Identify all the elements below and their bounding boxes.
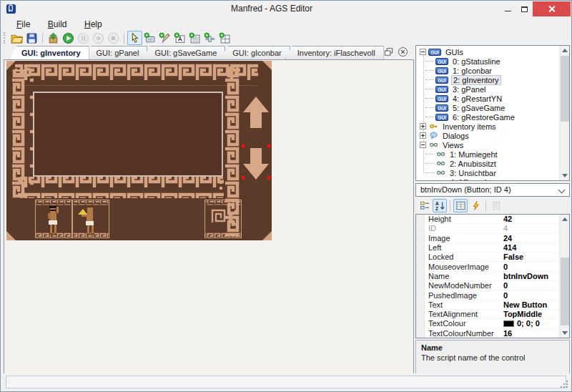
events-view-button[interactable] xyxy=(468,199,483,212)
scrollbar-thumb[interactable] xyxy=(561,56,569,122)
scrollbar-thumb[interactable] xyxy=(561,258,569,325)
tree-item-grestartyn[interactable]: GUI 4: gRestartYN xyxy=(416,94,569,103)
property-row[interactable]: ID 4 xyxy=(416,224,569,233)
collapse-icon[interactable] xyxy=(420,142,426,148)
build-exe-button[interactable] xyxy=(46,31,61,45)
tree-item-dialogs[interactable]: Dialogs xyxy=(416,131,569,140)
property-row[interactable]: Image 24 xyxy=(416,234,569,243)
property-row[interactable]: Height 42 xyxy=(416,215,569,224)
property-description-title: Name xyxy=(421,343,564,352)
property-row[interactable]: TextAlignment TopMiddle xyxy=(416,310,569,319)
save-button[interactable] xyxy=(24,31,39,45)
scroll-up-icon[interactable] xyxy=(560,46,570,55)
add-gui-listbox-button[interactable] xyxy=(187,31,202,45)
gui-design-canvas[interactable] xyxy=(4,59,414,375)
scroll-up-icon[interactable] xyxy=(560,215,570,224)
open-button[interactable] xyxy=(9,31,24,45)
menu-help[interactable]: Help xyxy=(77,18,109,31)
toolbar-grip[interactable] xyxy=(4,32,6,44)
tree-item-gpanel[interactable]: GUI 3: gPanel xyxy=(416,84,569,94)
alphabetical-sort-button[interactable]: A Z xyxy=(433,199,447,212)
toolbar-separator xyxy=(450,201,450,211)
selection-handle[interactable] xyxy=(242,176,245,180)
property-row[interactable]: MouseoverImage 0 xyxy=(416,262,569,271)
svg-text:Z: Z xyxy=(435,206,438,211)
add-gui-slider-button[interactable] xyxy=(202,31,217,45)
tab-gui-gsavegame[interactable]: GUI: gSaveGame xyxy=(142,46,225,59)
windows-list-icon[interactable] xyxy=(383,46,394,57)
property-grid-toolbar: A Z xyxy=(415,198,570,213)
title-bar[interactable]: Manfred - AGS Editor xyxy=(1,1,571,16)
property-row[interactable]: TextColour 0; 0; 0 xyxy=(416,319,569,328)
gui-badge-icon: GUI xyxy=(428,49,441,56)
property-row[interactable]: Name btnInvDown xyxy=(416,272,569,281)
run-game-button[interactable] xyxy=(61,31,76,45)
property-row[interactable]: NewModeNumber 0 xyxy=(416,281,569,290)
tree-item-anubissitzt[interactable]: 2: Anubissitzt xyxy=(416,159,569,168)
property-name: MouseoverImage xyxy=(425,263,500,271)
selection-handle[interactable] xyxy=(267,144,271,148)
menu-build[interactable]: Build xyxy=(41,18,74,31)
tree-item-grestoregame[interactable]: GUI 6: gRestoreGame xyxy=(416,112,569,122)
status-bar xyxy=(1,373,571,391)
property-row[interactable]: Text New Button xyxy=(416,300,569,310)
tree-item-ginventory[interactable]: GUI 2: gInventory xyxy=(416,75,569,84)
categorized-view-button[interactable] xyxy=(418,199,432,212)
close-tab-icon[interactable] xyxy=(398,46,408,57)
tree-item-label: 2: Anubissitzt xyxy=(448,160,498,168)
pause-game-button[interactable] xyxy=(76,31,91,45)
add-gui-button-button[interactable] xyxy=(142,31,157,45)
tree-item-mumiegeht[interactable]: 1: Mumiegeht xyxy=(416,150,569,159)
selection-handle[interactable] xyxy=(242,144,245,148)
tree-connector xyxy=(425,117,434,117)
property-row[interactable]: TextColourNumber 16 xyxy=(416,329,569,338)
scroll-down-icon[interactable] xyxy=(560,171,570,180)
minimize-button[interactable] xyxy=(500,1,516,16)
tab-gui-ginventory[interactable]: GUI: gInventory xyxy=(9,46,89,59)
add-gui-textbox-button[interactable] xyxy=(172,31,187,45)
control-selector-combo[interactable]: btnInvDown (Button; ID 4) xyxy=(415,183,570,197)
selection-handle[interactable] xyxy=(267,176,271,180)
maximize-button[interactable] xyxy=(516,1,532,16)
property-row[interactable]: PushedImage 0 xyxy=(416,290,569,300)
property-name: ID xyxy=(425,224,500,232)
tab-gui-giconbar[interactable]: GUI: gIconbar xyxy=(220,46,290,59)
properties-view-button[interactable] xyxy=(453,199,468,212)
expand-icon[interactable] xyxy=(420,132,426,139)
tree-item-inventory-items[interactable]: Inventory items xyxy=(416,122,569,131)
expand-icon[interactable] xyxy=(420,123,426,129)
gui-preview[interactable] xyxy=(6,61,272,240)
scroll-down-icon[interactable] xyxy=(560,328,570,338)
collapse-icon[interactable] xyxy=(420,49,426,55)
property-pages-button[interactable] xyxy=(489,199,503,212)
gui-badge-icon: GUI xyxy=(435,95,448,102)
tree-item-gsavegame[interactable]: GUI 5: gSaveGame xyxy=(416,103,569,112)
add-gui-label-button[interactable] xyxy=(157,31,172,45)
property-name: PushedImage xyxy=(425,291,500,300)
ornament-dot xyxy=(27,74,30,77)
tree-item-giconbar[interactable]: GUI 1: gIconbar xyxy=(416,66,569,75)
property-row[interactable]: Left 414 xyxy=(416,243,569,253)
resize-grip-icon[interactable] xyxy=(560,380,568,388)
tree-item-gstatusline[interactable]: GUI 0: gStatusline xyxy=(416,57,569,66)
menu-file[interactable]: File xyxy=(9,18,37,31)
property-grid-scrollbar[interactable] xyxy=(559,215,569,338)
add-gui-invwindow-button[interactable] xyxy=(217,31,232,45)
tree-item-views[interactable]: Views xyxy=(416,140,569,150)
step-into-button[interactable] xyxy=(91,31,106,45)
tree-item-partial[interactable]: 4: Affengeht xyxy=(416,177,569,181)
inv-window-control[interactable] xyxy=(34,92,222,176)
tree-scrollbar[interactable] xyxy=(559,46,569,180)
tab-strip: GUI: gInventory GUI: gPanel GUI: gSaveGa… xyxy=(9,45,414,59)
tree-item-guis[interactable]: GUI GUIs xyxy=(416,47,569,57)
right-panel: GUI GUIs GUI 0: gStatusline GUI 1: gIcon… xyxy=(415,45,571,375)
tab-inventory-iflaschevoll[interactable]: Inventory: iFlaschevoll xyxy=(285,46,384,59)
property-name: Left xyxy=(425,243,500,252)
close-button[interactable] xyxy=(533,1,571,16)
gui-badge-icon: GUI xyxy=(435,67,448,74)
tree-item-unsichtbar[interactable]: 3: Unsichtbar xyxy=(416,168,569,177)
property-row[interactable]: Locked False xyxy=(416,253,569,262)
tab-gui-gpanel[interactable]: GUI: gPanel xyxy=(84,46,148,59)
select-control-button[interactable] xyxy=(127,31,142,45)
stop-game-button[interactable] xyxy=(106,31,121,45)
